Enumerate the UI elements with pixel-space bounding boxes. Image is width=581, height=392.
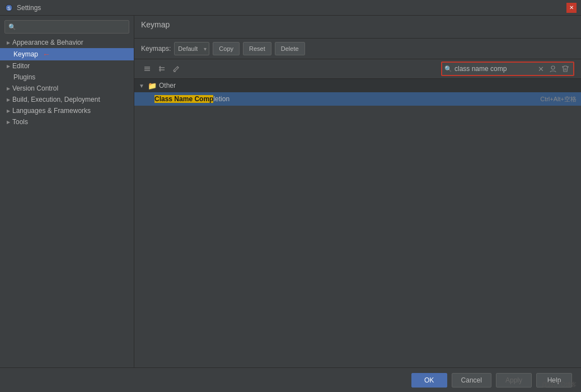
footer: OK Cancel Apply Help <box>0 367 581 392</box>
keymap-search-box[interactable]: 🔍 ✕ <box>441 62 574 76</box>
sidebar-item-label: Version Control <box>12 84 58 92</box>
reset-button[interactable]: Reset <box>243 42 271 55</box>
sidebar-item-label: Plugins <box>13 73 35 81</box>
keymap-search-input[interactable] <box>455 65 533 73</box>
sidebar-item-build[interactable]: ▶ Build, Execution, Deployment <box>0 94 134 105</box>
sidebar-item-editor[interactable]: ▶ Editor <box>0 60 134 72</box>
panel-title: Keymap <box>141 20 574 29</box>
apply-button[interactable]: Apply <box>496 373 532 388</box>
sidebar-item-label: Keymap <box>13 50 38 58</box>
item-label-suffix: letion <box>213 95 229 103</box>
highlight-comp: Comp <box>193 95 213 103</box>
keymaps-select[interactable]: Default <box>174 42 209 55</box>
sidebar-item-version-control[interactable]: ▶ Version Control <box>0 83 134 94</box>
sidebar-item-tools[interactable]: ▶ Tools <box>0 116 134 127</box>
expand-arrow-icon: ▶ <box>7 40 10 45</box>
keymaps-label: Keymaps: <box>141 45 171 53</box>
delete-filter-button[interactable] <box>560 63 571 74</box>
group-label: Other <box>159 82 577 89</box>
expand-arrow-icon: ▶ <box>7 108 10 114</box>
app-icon: S <box>4 3 13 12</box>
expand-arrow-icon: ▶ <box>7 64 10 69</box>
sidebar-search-icon: 🔍 <box>8 23 16 31</box>
expand-arrow-icon: ▶ <box>7 120 10 125</box>
sidebar-item-label: Editor <box>12 62 30 70</box>
cancel-button[interactable]: Cancel <box>452 373 491 388</box>
actions-left <box>141 63 182 75</box>
actions-bar: 🔍 ✕ <box>134 59 581 79</box>
ok-button[interactable]: OK <box>411 373 447 388</box>
content-area: 🔍 ▶ Appearance & Behavior Keymap ← ▶ Edi… <box>0 16 581 367</box>
sidebar-item-label: Build, Execution, Deployment <box>12 96 100 103</box>
window-title: Settings <box>17 4 563 12</box>
clear-search-button[interactable]: ✕ <box>535 63 546 74</box>
tree-item-class-name-completion[interactable]: Class Name Completion Ctrl+Alt+空格 <box>134 92 581 106</box>
edit-button[interactable] <box>170 63 182 75</box>
folder-icon: 📁 <box>148 82 157 90</box>
keymaps-bar: Keymaps: Default ▾ Copy Reset Delete <box>134 39 581 59</box>
collapse-all-button[interactable] <box>156 63 168 75</box>
sidebar-search-input[interactable] <box>18 23 125 30</box>
watermark: @51CTO博客 <box>542 381 577 389</box>
main-container: 🔍 ▶ Appearance & Behavior Keymap ← ▶ Edi… <box>0 16 581 392</box>
tree-group-other[interactable]: ▼ 📁 Other <box>134 79 581 92</box>
expand-arrow-icon: ▶ <box>7 86 10 91</box>
right-panel: Keymap Keymaps: Default ▾ Copy Reset Del… <box>134 16 581 367</box>
item-shortcut: Ctrl+Alt+空格 <box>540 95 577 103</box>
title-bar: S Settings ✕ <box>0 0 581 16</box>
sidebar-item-appearance[interactable]: ▶ Appearance & Behavior <box>0 37 134 48</box>
expand-arrow-icon: ▶ <box>7 97 10 102</box>
sidebar-item-keymap[interactable]: Keymap ← <box>0 48 134 60</box>
sidebar-search-box[interactable]: 🔍 <box>4 20 129 34</box>
item-label: Class Name Completion <box>154 95 540 103</box>
sidebar-item-label: Languages & Frameworks <box>12 107 91 115</box>
sidebar-item-plugins[interactable]: Plugins <box>0 72 134 83</box>
sidebar: 🔍 ▶ Appearance & Behavior Keymap ← ▶ Edi… <box>0 16 134 367</box>
highlight-name: Name <box>172 95 193 103</box>
delete-button[interactable]: Delete <box>275 42 305 55</box>
search-actions: ✕ <box>535 63 571 74</box>
group-toggle-icon: ▼ <box>139 83 146 89</box>
keymaps-select-wrapper[interactable]: Default ▾ <box>174 42 209 55</box>
copy-button[interactable]: Copy <box>213 42 240 55</box>
svg-text:S: S <box>7 6 11 11</box>
search-inner: 🔍 <box>444 65 533 73</box>
red-arrow-indicator: ← <box>43 50 50 59</box>
close-button[interactable]: ✕ <box>566 3 577 13</box>
panel-header: Keymap <box>134 16 581 39</box>
sidebar-item-languages[interactable]: ▶ Languages & Frameworks <box>0 105 134 116</box>
highlight-class: Class <box>154 95 172 103</box>
expand-all-button[interactable] <box>141 63 153 75</box>
window-controls: ✕ <box>566 3 577 13</box>
search-icon: 🔍 <box>444 65 452 73</box>
sidebar-item-label: Appearance & Behavior <box>12 39 83 46</box>
search-person-button[interactable] <box>547 63 559 74</box>
svg-point-9 <box>551 66 555 69</box>
sidebar-item-label: Tools <box>12 118 28 126</box>
keymap-tree[interactable]: ▼ 📁 Other Class Name Completion Ctrl+Alt… <box>134 79 581 367</box>
